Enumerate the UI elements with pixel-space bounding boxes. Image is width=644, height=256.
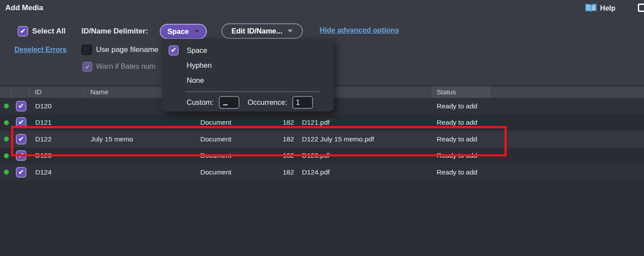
delimiter-label: ID/Name Delimiter:: [81, 27, 148, 36]
status-ok-icon: [4, 170, 9, 174]
page-title: Add Media: [5, 4, 43, 12]
help-book-icon: i: [585, 4, 597, 13]
cell-status: Ready to add: [432, 164, 490, 181]
menu-divider: [185, 91, 320, 92]
cropped-window-control[interactable]: [638, 4, 644, 12]
menu-space-checkbox: [169, 45, 179, 56]
menu-none-checkbox-empty: [169, 75, 179, 85]
edit-id-name-button[interactable]: Edit ID/Name...: [221, 23, 303, 39]
use-page-filename-label: Use page filename: [96, 45, 158, 54]
cell-type: Document: [196, 131, 276, 148]
edit-id-name-label: Edit ID/Name...: [232, 27, 283, 35]
cell-pages: 182: [276, 164, 297, 181]
hide-advanced-options-link[interactable]: Hide advanced options: [320, 26, 399, 34]
occurrence-label: Occurrence:: [247, 98, 287, 107]
cell-name: [85, 164, 196, 181]
cell-filename: D122 July 15 memo.pdf: [297, 131, 432, 148]
cell-name: [85, 115, 196, 131]
deselect-errors-link[interactable]: Deselect Errors: [15, 46, 66, 54]
cell-id: D123: [30, 148, 85, 164]
delimiter-dropdown-button[interactable]: Space: [160, 24, 207, 39]
header-checkbox-column[interactable]: [11, 86, 29, 98]
cell-id: D124: [30, 164, 85, 181]
delimiter-menu: Space Hyphen None Custom: Occurrence:: [162, 39, 334, 111]
status-ok-icon: [4, 153, 9, 158]
table-row-d121[interactable]: D121 Document 182 D121.pdf Ready to add: [0, 115, 644, 131]
menu-item-none[interactable]: None: [169, 74, 204, 86]
cell-status: Ready to add: [432, 148, 490, 164]
cell-name: July 15 memo: [85, 131, 196, 148]
row-checkbox[interactable]: [16, 101, 26, 111]
cell-pages: 182: [276, 131, 297, 148]
select-all-label: Select All: [32, 27, 66, 36]
cell-filename: D124.pdf: [297, 164, 432, 181]
cell-status: Ready to add: [432, 131, 490, 148]
help-button[interactable]: i Help: [585, 4, 615, 13]
cell-pages: 182: [276, 148, 297, 164]
menu-item-label: Space: [187, 46, 207, 55]
header-status-dot-column[interactable]: [0, 86, 11, 98]
chevron-down-icon: [194, 30, 199, 33]
row-checkbox[interactable]: [16, 167, 26, 178]
row-checkbox[interactable]: [16, 150, 26, 161]
menu-item-space[interactable]: Space: [169, 45, 207, 56]
header-status[interactable]: Status: [432, 86, 490, 98]
occurrence-input[interactable]: [292, 96, 313, 109]
svg-text:i: i: [593, 6, 595, 10]
cell-type: Document: [196, 164, 276, 181]
menu-item-label: Hyphen: [187, 61, 212, 70]
cell-id: D121: [30, 115, 85, 131]
header-id[interactable]: ID: [29, 86, 85, 98]
custom-delimiter-input[interactable]: [219, 96, 239, 109]
header-filler: [490, 86, 644, 98]
cell-type: Document: [196, 148, 276, 164]
cell-status: Ready to add: [432, 115, 490, 131]
delimiter-value: Space: [167, 27, 189, 36]
table-row-d122[interactable]: D122 July 15 memo Document 182 D122 July…: [0, 131, 644, 148]
custom-label: Custom:: [187, 98, 213, 107]
cell-status: Ready to add: [432, 98, 490, 115]
select-all-checkbox[interactable]: [18, 26, 28, 37]
chevron-down-icon: [287, 30, 293, 33]
cell-pages: 182: [276, 115, 297, 131]
menu-item-label: None: [187, 76, 204, 85]
status-ok-icon: [4, 104, 9, 108]
cell-id: D122: [30, 131, 85, 148]
warn-bates-checkbox[interactable]: [82, 62, 92, 72]
menu-item-hyphen[interactable]: Hyphen: [169, 59, 212, 71]
status-ok-icon: [4, 120, 9, 125]
text-cursor: [223, 104, 228, 105]
status-ok-icon: [4, 137, 9, 141]
warn-bates-label: Warn if Bates num: [96, 62, 155, 70]
cell-name: [85, 148, 196, 164]
cell-type: Document: [196, 115, 276, 131]
row-checkbox[interactable]: [16, 117, 26, 128]
cell-filename: D123.pdf: [297, 148, 432, 164]
cell-id: D120: [30, 98, 85, 115]
row-checkbox[interactable]: [16, 134, 26, 145]
help-label: Help: [600, 4, 615, 12]
use-page-filename-checkbox[interactable]: [81, 45, 92, 55]
add-media-window: Add Media i Help Select All ID/Name Deli…: [0, 0, 644, 256]
table-row-d124[interactable]: D124 Document 182 D124.pdf Ready to add: [0, 164, 644, 181]
menu-hyphen-checkbox-empty: [169, 60, 179, 70]
cell-filename: D121.pdf: [297, 115, 432, 131]
table-row-d123[interactable]: D123 Document 182 D123.pdf Ready to add: [0, 148, 644, 164]
